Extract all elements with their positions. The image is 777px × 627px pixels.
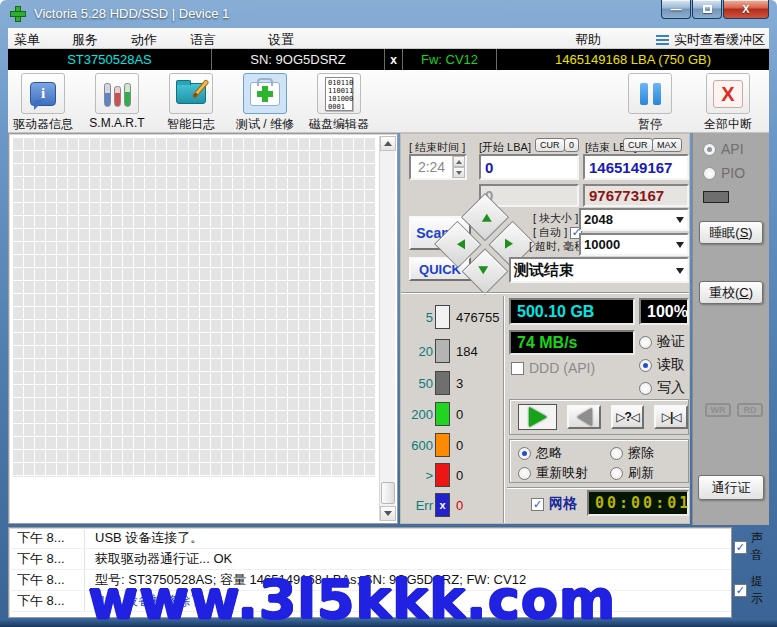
sound-checkbox-row[interactable]: 声音 — [734, 530, 774, 564]
end-time-spinner[interactable]: 2:24 — [409, 154, 467, 180]
ddd-api-checkbox-row[interactable]: DDD (API) — [511, 360, 595, 376]
start-forward-button[interactable] — [518, 404, 557, 430]
arrow-up-icon — [384, 137, 392, 146]
block-map-grid[interactable] — [13, 138, 376, 477]
stat-block-600ms — [435, 433, 450, 457]
stat-row-5ms: 5 476755 — [405, 304, 499, 330]
drive-info-label: 驱动器信息 — [13, 116, 73, 133]
app-window: Victoria 5.28 HDD/SSD | Device 1 — X 菜单 … — [0, 0, 777, 627]
log-message: USB 设备连接了。 — [85, 529, 203, 547]
minimize-icon: — — [671, 3, 682, 15]
block-size-value: 2048 — [584, 212, 676, 227]
dropdown-arrow-icon — [676, 242, 684, 252]
disk-editor-label: 磁盘编辑器 — [309, 116, 369, 133]
auto-label: [ 自动 ] — [533, 225, 567, 240]
arrow-right-icon — [505, 238, 518, 248]
sound-checkbox[interactable] — [734, 541, 747, 554]
menu-item-actions[interactable]: 动作 — [131, 31, 157, 49]
spin-up-icon[interactable] — [453, 156, 465, 167]
pio-radio[interactable]: PIO — [703, 165, 745, 181]
radio-icon — [639, 382, 652, 395]
maximize-button[interactable] — [692, 0, 722, 19]
percent-value: 100 — [647, 303, 674, 321]
reverse-icon — [577, 408, 592, 426]
transport-controls: ▷?◁ ▷|◁ — [509, 399, 689, 435]
block-size-label: [ 块大小 ] — [533, 211, 578, 226]
action-remap-radio[interactable]: 重新映射 — [518, 464, 588, 482]
scrollbar-down-button[interactable] — [380, 506, 396, 521]
minimize-button[interactable]: — — [661, 0, 691, 19]
radio-icon — [639, 336, 652, 349]
live-view-buffer[interactable]: 实时查看缓冲区 — [656, 31, 765, 49]
pause-button[interactable]: 暂停 — [619, 73, 681, 133]
live-view-label: 实时查看缓冲区 — [674, 31, 765, 49]
hint-checkbox[interactable] — [734, 584, 747, 597]
block-size-select[interactable]: 2048 — [579, 208, 689, 231]
menu-item-settings[interactable]: 设置 — [268, 31, 294, 49]
abort-all-button[interactable]: X 全部中断 — [697, 73, 759, 133]
device-serial: SN: 9OG5DSRZ — [212, 49, 385, 70]
jump-question-button[interactable]: ▷?◁ — [611, 405, 645, 429]
hint-checkbox-row[interactable]: 提示 — [734, 573, 774, 607]
menu-item-language[interactable]: 语言 — [190, 31, 216, 49]
action-erase-radio[interactable]: 擦除 — [610, 444, 654, 462]
jump-end-button[interactable]: ▷|◁ — [654, 405, 688, 429]
smart-label: S.M.A.R.T — [89, 116, 144, 130]
start-cur-button[interactable]: CUR — [535, 138, 565, 152]
side-panel: API PIO 睡眠(S) 重校(C) WR RD 通行证 — [692, 133, 769, 525]
passport-button[interactable]: 通行证 — [698, 475, 764, 500]
end-cur-button[interactable]: CUR — [623, 138, 653, 152]
action-refresh-radio[interactable]: 刷新 — [610, 464, 654, 482]
mode-verify-radio[interactable]: 验证 — [639, 333, 685, 351]
end-lba-alt-field: 976773167 — [583, 184, 689, 207]
api-radio[interactable]: API — [703, 141, 744, 157]
abort-all-label: 全部中断 — [704, 116, 752, 133]
stat-row-600ms: 600 0 — [405, 432, 463, 458]
notification-options: 声音 提示 — [734, 530, 774, 616]
test-repair-label: 测试 / 维修 — [236, 116, 294, 133]
device-model: ST3750528AS — [8, 49, 212, 70]
disk-editor-button[interactable]: 010110 110011 101000 0001 磁盘编辑器 — [308, 73, 370, 133]
divider — [503, 296, 505, 523]
activity-indicator — [703, 191, 729, 203]
smart-log-button[interactable]: 智能日志 — [160, 73, 222, 133]
sleep-button[interactable]: 睡眠(S) — [699, 221, 763, 244]
drive-info-button[interactable]: i 驱动器信息 — [12, 73, 74, 133]
timeout-select[interactable]: 10000 — [579, 233, 689, 256]
scrollbar-up-button[interactable] — [380, 136, 396, 151]
close-button[interactable]: X — [723, 0, 769, 19]
divider — [401, 292, 689, 294]
action-ignore-radio[interactable]: 忽略 — [518, 444, 562, 462]
title-bar[interactable]: Victoria 5.28 HDD/SSD | Device 1 — X — [0, 0, 777, 28]
menu-item-service[interactable]: 服务 — [72, 31, 98, 49]
start-backward-button[interactable] — [567, 405, 601, 429]
elapsed-timer-lcd: 00:00:01 — [587, 490, 689, 516]
defect-action-group: 忽略 擦除 重新映射 刷新 — [509, 439, 689, 483]
ddd-api-checkbox[interactable] — [511, 362, 524, 375]
mode-write-radio[interactable]: 写入 — [639, 379, 685, 397]
menu-item-help[interactable]: 帮助 — [575, 31, 601, 49]
start-lba-input[interactable]: 0 — [479, 154, 579, 180]
pause-label: 暂停 — [638, 116, 662, 133]
start-zero-button[interactable]: 0 — [564, 138, 579, 152]
stat-row-over: > 0 — [405, 462, 463, 488]
rd-indicator: RD — [737, 403, 763, 417]
test-repair-button[interactable]: 测试 / 维修 — [234, 73, 296, 133]
end-lba-input[interactable]: 1465149167 — [583, 154, 689, 180]
grid-scrollbar[interactable] — [379, 136, 395, 521]
device-close-chip[interactable]: x — [385, 49, 403, 70]
recalibrate-button[interactable]: 重校(C) — [699, 281, 763, 304]
grid-checkbox-row[interactable]: 网格 — [531, 495, 577, 513]
smart-button[interactable]: S.M.A.R.T — [86, 73, 148, 133]
block-map-panel — [8, 133, 398, 524]
spin-down-icon[interactable] — [453, 167, 465, 178]
grid-checkbox[interactable] — [531, 498, 544, 511]
end-max-button[interactable]: MAX — [652, 138, 682, 152]
radio-icon — [518, 447, 531, 460]
menu-item-menu[interactable]: 菜单 — [14, 31, 40, 49]
radio-icon — [639, 359, 652, 372]
on-end-action-select[interactable]: 测试结束 — [509, 257, 689, 283]
scrollbar-thumb[interactable] — [381, 482, 395, 504]
radio-icon — [610, 447, 623, 460]
mode-read-radio[interactable]: 读取 — [639, 356, 685, 374]
